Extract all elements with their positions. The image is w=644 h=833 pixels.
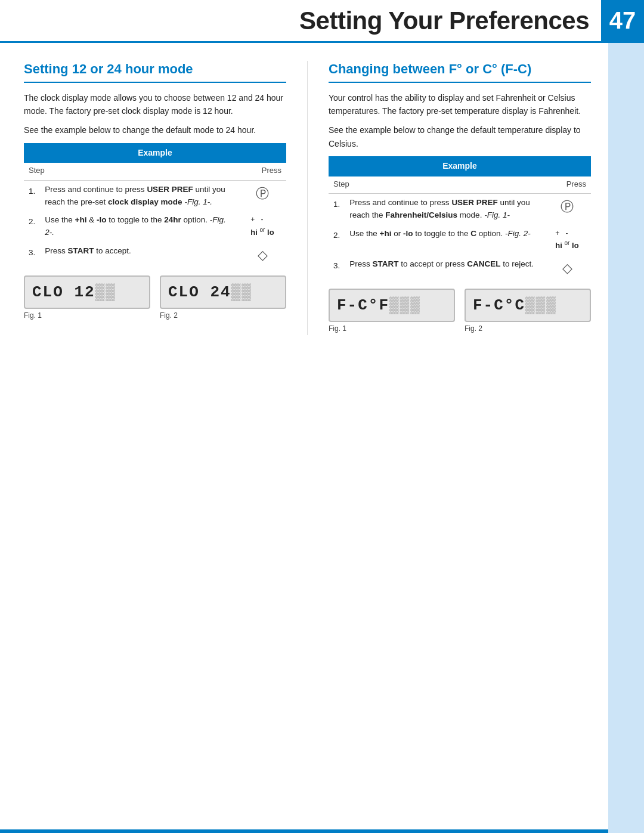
left-section-heading: Setting 12 or 24 hour mode — [24, 61, 286, 83]
right-column: Changing between F° or C° (F-C) Your con… — [329, 61, 591, 335]
left-lcd-fig1-dim: ▓▓ — [95, 283, 116, 301]
left-column: Setting 12 or 24 hour mode The clock dis… — [24, 61, 286, 335]
left-fig1: CLO 12▓▓ Fig. 1 — [24, 275, 150, 320]
left-lcd-fig1-text: CLO 12 — [32, 283, 95, 301]
left-example-header: Example — [24, 143, 286, 163]
right-step-1-text: Press and continue to press USER PREF un… — [345, 193, 543, 224]
column-divider — [307, 61, 308, 335]
left-col-press-label: Press — [239, 163, 286, 180]
left-example-table: Example Step Press 1. Press and continue… — [24, 143, 286, 269]
left-step-1-num: 1. — [24, 180, 40, 211]
right-step-2-row: 2. Use the +hi or -lo to toggle to the C… — [329, 225, 591, 255]
right-example-header: Example — [329, 156, 591, 176]
page-header: Setting Your Preferences 47 — [0, 0, 644, 43]
right-step-3-text: Press START to accept or press CANCEL to… — [345, 255, 543, 281]
right-figures: F-C°F▓▓▓ Fig. 1 F-C°C▓▓▓ Fig. 2 — [329, 289, 591, 333]
header-title-area: Setting Your Preferences — [0, 0, 601, 41]
left-step-1-press: Ⓟ — [239, 180, 286, 211]
minus-sign-1: - — [261, 214, 263, 225]
page-number-box: 47 — [601, 0, 644, 41]
right-lcd-fig1-text: F-C°F — [337, 296, 389, 314]
hi-lo-label-2: hi or lo — [555, 239, 578, 252]
left-col-step-label: Step — [24, 163, 239, 180]
left-lcd-fig2-text: CLO 24 — [168, 283, 231, 301]
right-step-1-row: 1. Press and continue to press USER PREF… — [329, 193, 591, 224]
left-step-2-num: 2. — [24, 211, 40, 242]
left-desc-1: The clock display mode allows you to cho… — [24, 91, 286, 118]
right-lcd-fig2-dim: ▓▓▓ — [525, 296, 557, 314]
right-lcd-fig2: F-C°C▓▓▓ — [465, 289, 591, 322]
left-step-1-text: Press and continue to press USER PREF un… — [40, 180, 239, 211]
main-content: Setting 12 or 24 hour mode The clock dis… — [0, 43, 644, 353]
right-step-3-num: 3. — [329, 255, 345, 281]
left-step-1-row: 1. Press and continue to press USER PREF… — [24, 180, 286, 211]
left-lcd-fig1: CLO 12▓▓ — [24, 275, 150, 309]
plus-sign-2: + — [555, 228, 559, 239]
right-step-1-num: 1. — [329, 193, 345, 224]
left-lcd-fig2-dim: ▓▓ — [231, 283, 252, 301]
right-step-2-text: Use the +hi or -lo to toggle to the C op… — [345, 225, 543, 255]
left-lcd-fig2: CLO 24▓▓ — [160, 275, 286, 309]
right-desc-2: See the example below to change the defa… — [329, 123, 591, 150]
hi-lo-control-2: + - hi or lo — [555, 228, 578, 252]
minus-sign-2: - — [565, 228, 568, 239]
left-step-3-text: Press START to accept. — [40, 242, 239, 268]
page-number: 47 — [609, 7, 636, 34]
right-col-press-label: Press — [543, 176, 591, 194]
left-fig2: CLO 24▓▓ Fig. 2 — [160, 275, 286, 320]
right-lcd-fig1-dim: ▓▓▓ — [389, 296, 421, 314]
right-example-table: Example Step Press 1. Press and continue… — [329, 156, 591, 281]
start-icon-2: ◇ — [562, 261, 572, 275]
right-step-3-row: 3. Press START to accept or press CANCEL… — [329, 255, 591, 281]
plus-sign-1: + — [250, 214, 255, 225]
right-section-heading: Changing between F° or C° (F-C) — [329, 61, 591, 83]
hi-lo-control-1: + - hi or lo — [250, 214, 274, 239]
left-step-3-press: ◇ — [239, 242, 286, 268]
bottom-accent-line — [0, 829, 608, 833]
user-pref-icon-1: Ⓟ — [256, 184, 269, 204]
page-title: Setting Your Preferences — [299, 7, 589, 35]
user-pref-icon-2: Ⓟ — [561, 197, 574, 217]
start-icon-1: ◇ — [258, 247, 268, 262]
right-step-3-press: ◇ — [543, 255, 591, 281]
right-fig1-label: Fig. 1 — [329, 324, 455, 333]
left-step-2-row: 2. Use the +hi & -lo to toggle to the 24… — [24, 211, 286, 242]
left-fig1-label: Fig. 1 — [24, 311, 150, 320]
left-fig2-label: Fig. 2 — [160, 311, 286, 320]
right-lcd-fig1: F-C°F▓▓▓ — [329, 289, 455, 322]
right-step-1-press: Ⓟ — [543, 193, 591, 224]
right-lcd-fig2-text: F-C°C — [473, 296, 525, 314]
right-step-2-press: + - hi or lo — [543, 225, 591, 255]
left-step-2-press: + - hi or lo — [239, 211, 286, 242]
left-figures: CLO 12▓▓ Fig. 1 CLO 24▓▓ Fig. 2 — [24, 275, 286, 320]
right-fig2: F-C°C▓▓▓ Fig. 2 — [465, 289, 591, 333]
left-step-2-text: Use the +hi & -lo to toggle to the 24hr … — [40, 211, 239, 242]
right-fig1: F-C°F▓▓▓ Fig. 1 — [329, 289, 455, 333]
left-step-3-row: 3. Press START to accept. ◇ — [24, 242, 286, 268]
right-step-2-num: 2. — [329, 225, 345, 255]
hi-lo-label-1: hi or lo — [250, 225, 274, 239]
right-fig2-label: Fig. 2 — [465, 324, 591, 333]
left-desc-2: See the example below to change the defa… — [24, 123, 286, 137]
right-desc-1: Your control has the ability to display … — [329, 91, 591, 118]
left-step-3-num: 3. — [24, 242, 40, 268]
right-col-step-label: Step — [329, 176, 543, 194]
